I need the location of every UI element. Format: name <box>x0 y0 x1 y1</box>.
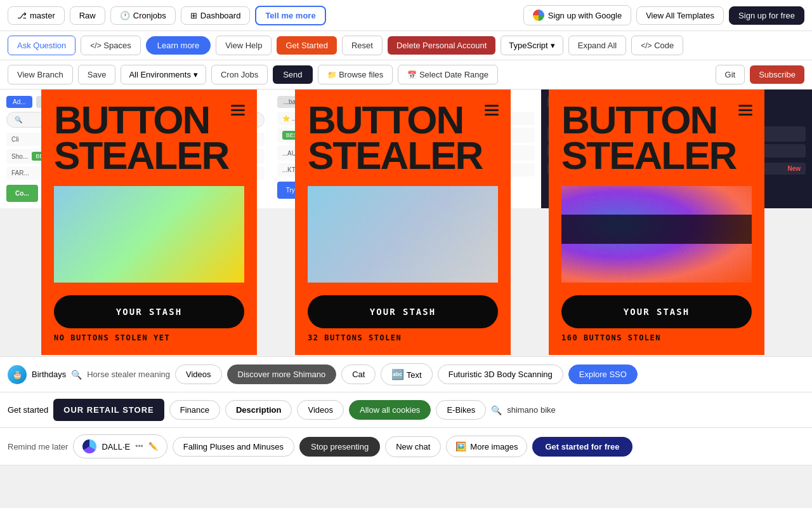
learn-more-button[interactable]: Learn more <box>146 36 211 55</box>
grid-icon: ⊞ <box>190 11 197 20</box>
send-label: Send <box>283 70 302 79</box>
code-brackets-icon: </> <box>641 41 652 50</box>
view-branch-label: View Branch <box>17 70 63 79</box>
third-bar: View Branch Save All Environments ▾ Cron… <box>0 60 812 90</box>
cron-jobs-button[interactable]: Cron Jobs <box>211 65 268 84</box>
bg-code-btn: Co... <box>6 185 38 202</box>
chevron-down-icon: ▾ <box>551 41 555 50</box>
get-started-button[interactable]: Get Started <box>277 36 336 55</box>
select-date-range-button[interactable]: 📅 Select Date Range <box>398 65 498 84</box>
birthdays-avatar: 🎂 <box>8 365 27 384</box>
falling-pluses-btn[interactable]: Falling Pluses and Minuses <box>173 437 294 457</box>
ask-question-label: Ask Question <box>17 41 66 50</box>
expand-all-button[interactable]: Expand All <box>568 36 626 55</box>
hamburger-menu-1[interactable] <box>228 102 247 118</box>
hamburger-menu-2[interactable] <box>482 102 501 118</box>
text-btn[interactable]: 🔤 Text <box>381 363 432 385</box>
code-label: Code <box>654 41 674 50</box>
cronjobs-label: Cronjobs <box>133 11 166 20</box>
card-header-3: BUTTON STEALER <box>561 102 752 173</box>
tell-me-more-button[interactable]: Tell me more <box>255 6 325 25</box>
finance-btn[interactable]: Finance <box>169 400 220 420</box>
videos-btn-2[interactable]: Videos <box>297 400 344 420</box>
sign-up-free-button[interactable]: Sign up for free <box>729 6 804 25</box>
card-header-1: BUTTON STEALER <box>54 102 244 173</box>
delete-account-button[interactable]: Delete Personal Account <box>388 36 495 55</box>
browse-files-button[interactable]: 📁 Browse files <box>318 65 393 84</box>
cronjobs-button[interactable]: 🕐 Cronjobs <box>110 6 176 25</box>
all-environments-label: All Environments <box>129 70 191 79</box>
get-started-free-button[interactable]: Get started for free <box>532 437 632 457</box>
your-stash-btn-1[interactable]: YOUR STASH <box>54 295 244 328</box>
edit-icon: ✏️ <box>148 442 158 451</box>
explore-sso-btn[interactable]: Explore SSO <box>568 364 638 384</box>
send-button[interactable]: Send <box>273 65 312 84</box>
master-button[interactable]: ⎇ master <box>8 6 65 25</box>
search-icon-2: 🔍 <box>491 405 502 415</box>
typescript-label: TypeScript <box>509 41 547 50</box>
code-icon: </> <box>90 41 101 50</box>
stealer-card-1: BUTTON STEALER YOUR STASH NO BUTTONS STO… <box>41 90 257 355</box>
dall-e-dots: ••• <box>135 442 143 451</box>
bg-add-btn: Ad... <box>6 96 32 108</box>
view-all-templates-label: View All Templates <box>646 11 714 20</box>
tell-me-more-label: Tell me more <box>265 11 315 20</box>
expand-all-label: Expand All <box>578 41 617 50</box>
sign-up-google-label: Sign up with Google <box>548 11 622 20</box>
card-title-1: BUTTON STEALER <box>54 102 228 173</box>
subscribe-label: Subscribe <box>759 70 796 79</box>
all-environments-dropdown[interactable]: All Environments ▾ <box>121 65 206 84</box>
raw-button[interactable]: Raw <box>70 6 105 25</box>
subscribe-button[interactable]: Subscribe <box>750 65 804 84</box>
cat-btn[interactable]: Cat <box>341 364 376 384</box>
translate-icon: 🔤 <box>391 369 404 380</box>
dall-e-box: DALL·E ••• ✏️ <box>73 434 167 458</box>
view-help-button[interactable]: View Help <box>216 36 272 55</box>
view-help-label: View Help <box>225 41 262 50</box>
image-icon: 🖼️ <box>455 441 466 451</box>
cards-section: Ad... ...templates 🔍 Cli Sho... BEST FAR… <box>0 90 812 356</box>
dashboard-label: Dashboard <box>200 11 241 20</box>
bottom-bar-1: 🎂 Birthdays 🔍 Horse stealer meaning Vide… <box>0 356 812 392</box>
browse-files-label: Browse files <box>339 70 383 79</box>
ask-question-button[interactable]: Ask Question <box>8 36 75 55</box>
typescript-dropdown[interactable]: TypeScript ▾ <box>501 36 563 55</box>
card-image-2 <box>308 186 498 283</box>
stop-presenting-button[interactable]: Stop presenting <box>299 437 380 457</box>
calendar-icon: 📅 <box>407 70 417 79</box>
dall-e-label: DALL·E <box>102 442 130 451</box>
get-started-text: Get started <box>8 405 48 415</box>
card-title-2: BUTTON STEALER <box>308 102 482 173</box>
git-button[interactable]: Git <box>716 65 745 84</box>
chevron-down-icon: ▾ <box>193 70 198 79</box>
ebikes-btn[interactable]: E-Bikes <box>436 400 486 420</box>
google-icon <box>533 10 544 21</box>
description-btn[interactable]: Description <box>225 400 292 420</box>
dall-e-avatar <box>82 439 96 453</box>
shimano-bike-text: shimano bike <box>507 405 556 415</box>
view-branch-button[interactable]: View Branch <box>8 65 73 84</box>
card-header-2: BUTTON STEALER <box>308 102 498 173</box>
clock-icon: 🕐 <box>120 11 130 20</box>
get-started-label: Get Started <box>285 41 327 50</box>
more-images-button[interactable]: 🖼️ More images <box>446 436 527 457</box>
discover-shimano-btn[interactable]: Discover more Shimano <box>227 364 337 384</box>
new-chat-button[interactable]: New chat <box>385 436 441 457</box>
calendar-icon: 📁 <box>327 70 337 79</box>
spaces-button[interactable]: </> Spaces <box>81 36 140 55</box>
dashboard-button[interactable]: ⊞ Dashboard <box>181 6 251 25</box>
your-stash-btn-2[interactable]: YOUR STASH <box>308 295 498 328</box>
stolen-count-2: 32 BUTTONS STOLEN <box>308 333 498 342</box>
card-image-1 <box>54 186 244 283</box>
futuristic-btn[interactable]: Futuristic 3D Body Scanning <box>438 364 563 384</box>
hamburger-menu-3[interactable] <box>736 102 755 118</box>
master-label: master <box>30 11 55 20</box>
view-all-templates-button[interactable]: View All Templates <box>636 6 724 25</box>
sign-up-google-button[interactable]: Sign up with Google <box>523 5 631 25</box>
your-stash-btn-3[interactable]: YOUR STASH <box>561 295 752 328</box>
allow-cookies-btn[interactable]: Allow all cookies <box>349 400 431 420</box>
reset-button[interactable]: Reset <box>342 36 383 55</box>
save-button[interactable]: Save <box>78 65 116 84</box>
videos-btn[interactable]: Videos <box>175 364 222 384</box>
code-button[interactable]: </> Code <box>631 36 683 55</box>
